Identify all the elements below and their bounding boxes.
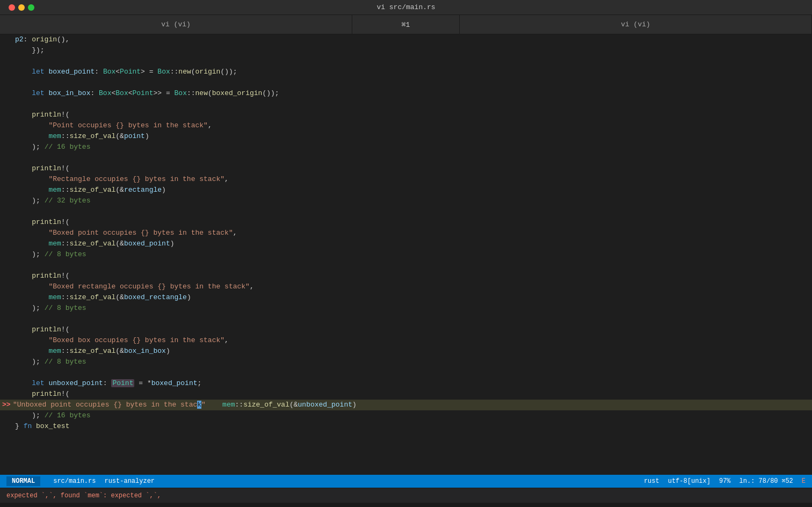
- code-line-6: let box_in_box: Box<Box<Point>> = Box::n…: [0, 88, 812, 99]
- code-line-25: mem::size_of_val(&boxed_rectangle): [0, 292, 812, 303]
- code-line-26: ); // 8 bytes: [0, 303, 812, 314]
- line-position: ln.: 78/80 ⌘52: [740, 477, 793, 485]
- tab-left-label: vi (vi): [161, 20, 191, 28]
- code-line-13: println!(: [0, 163, 812, 174]
- code-line-19: "Boxed point occupies {} bytes in the st…: [0, 228, 812, 238]
- maximize-button[interactable]: [28, 4, 34, 11]
- minimize-button[interactable]: [18, 4, 25, 11]
- code-line-7: [0, 99, 812, 110]
- code-line-20: mem::size_of_val(&boxed_point): [0, 238, 812, 249]
- code-line-30: mem::size_of_val(&box_in_box): [0, 346, 812, 357]
- code-line-33: let unboxed_point: Point = *boxed_point;: [0, 378, 812, 389]
- code-line-37: } fn box_test: [0, 421, 812, 432]
- error-indicator: E: [802, 477, 806, 485]
- code-line-34: println!(: [0, 389, 812, 400]
- code-line-1: p2: origin(),: [0, 34, 812, 45]
- code-line-21: ); // 8 bytes: [0, 249, 812, 260]
- code-line-29: "Boxed box occupies {} bytes in the stac…: [0, 335, 812, 346]
- close-button[interactable]: [9, 4, 15, 11]
- tab-right-label: vi (vi): [621, 20, 650, 28]
- file-name: src/main.rs: [53, 477, 96, 485]
- code-line-24: "Boxed rectangle occupies {} bytes in th…: [0, 281, 812, 292]
- tab-right[interactable]: vi (vi): [460, 15, 812, 34]
- code-line-28: println!(: [0, 324, 812, 335]
- code-line-32: [0, 367, 812, 378]
- status-right: rust utf-8[unix] 97% ln.: 78/80 ⌘52 E: [644, 477, 806, 485]
- code-line-11: ); // 16 bytes: [0, 142, 812, 153]
- code-line-31: ); // 8 bytes: [0, 357, 812, 367]
- zoom-level: 97%: [719, 477, 731, 485]
- code-line-22: [0, 260, 812, 271]
- code-line-3: [0, 56, 812, 67]
- code-line-16: ); // 32 bytes: [0, 195, 812, 206]
- vim-mode: NORMAL: [6, 476, 40, 486]
- tab-bar: vi (vi) ⌘1 vi (vi): [0, 15, 812, 34]
- title-bar: vi src/main.rs: [0, 0, 812, 15]
- error-bar: expected `,`, found `mem`: expected `,`,: [0, 488, 812, 503]
- code-line-5: [0, 77, 812, 88]
- code-line-17: [0, 206, 812, 217]
- tab-center[interactable]: ⌘1: [352, 15, 460, 34]
- tab-left[interactable]: vi (vi): [0, 15, 352, 34]
- code-line-27: [0, 314, 812, 324]
- window-title: vi src/main.rs: [376, 3, 435, 11]
- status-bar: NORMAL src/main.rs rust-analyzer rust ut…: [0, 475, 812, 488]
- language: rust: [644, 477, 659, 485]
- code-line-10: mem::size_of_val(&point): [0, 131, 812, 142]
- code-line-15: mem::size_of_val(&rectangle): [0, 185, 812, 195]
- code-line-18: println!(: [0, 217, 812, 228]
- traffic-lights: [9, 4, 34, 11]
- error-message: expected `,`, found `mem`: expected `,`,: [6, 492, 161, 499]
- code-line-8: println!(: [0, 110, 812, 120]
- code-line-2: });: [0, 45, 812, 56]
- code-editor[interactable]: p2: origin(), }); let boxed_point: Box<P…: [0, 34, 812, 475]
- code-line-23: println!(: [0, 271, 812, 281]
- window-controls: [9, 4, 34, 11]
- code-line-35-current: >>"Unboxed point occupies {} bytes in th…: [0, 400, 812, 410]
- code-line-12: [0, 153, 812, 163]
- code-line-9: "Point occupies {} bytes in the stack",: [0, 120, 812, 131]
- code-line-4: let boxed_point: Box<Point> = Box::new(o…: [0, 67, 812, 77]
- tab-center-shortcut: ⌘1: [402, 20, 410, 29]
- lsp-name: rust-analyzer: [104, 477, 155, 485]
- code-line-36: ); // 16 bytes: [0, 410, 812, 421]
- encoding: utf-8[unix]: [668, 477, 711, 485]
- code-line-14: "Rectangle occupies {} bytes in the stac…: [0, 174, 812, 185]
